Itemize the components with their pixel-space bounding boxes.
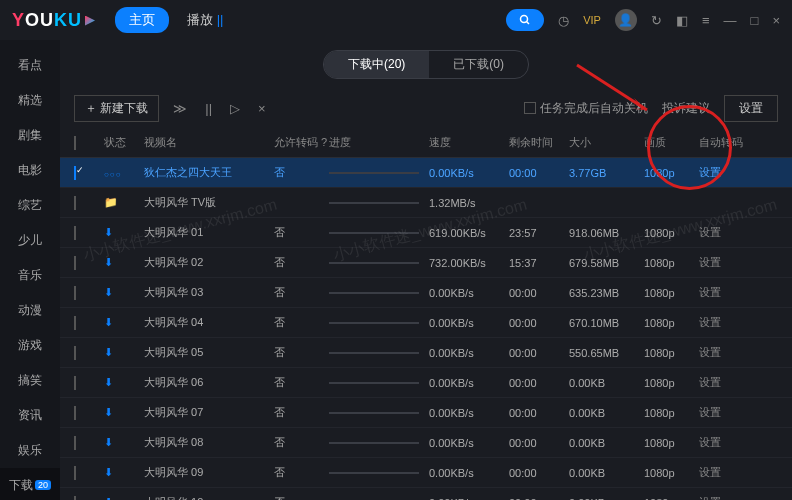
skin-icon[interactable]: ◧ (676, 13, 688, 28)
allow-transcode: 否 (274, 165, 329, 180)
delete-icon[interactable]: × (254, 101, 270, 116)
new-download-button[interactable]: ＋ 新建下载 (74, 95, 159, 122)
progress-bar (329, 202, 419, 204)
row-checkbox[interactable] (74, 316, 76, 330)
row-settings-link[interactable]: 设置 (699, 405, 749, 420)
shutdown-checkbox[interactable]: 任务完成后自动关机 (524, 100, 648, 117)
nav-play[interactable]: 播放 || (187, 11, 223, 29)
sidebar-item-5[interactable]: 少儿 (0, 223, 60, 258)
quality: 1080p (644, 287, 699, 299)
row-checkbox[interactable] (74, 496, 76, 501)
sidebar-item-2[interactable]: 剧集 (0, 118, 60, 153)
maximize-icon[interactable]: □ (751, 13, 759, 28)
row-settings-link[interactable]: 设置 (699, 345, 749, 360)
row-checkbox[interactable] (74, 346, 76, 360)
table-row[interactable]: ⬇大明风华 04否0.00KB/s00:00670.10MB1080p设置 (60, 308, 792, 338)
table-row[interactable]: ○○○狄仁杰之四大天王否0.00KB/s00:003.77GB1080p设置 (60, 158, 792, 188)
allow-transcode: 否 (274, 465, 329, 480)
table-row[interactable]: ⬇大明风华 03否0.00KB/s00:00635.23MB1080p设置 (60, 278, 792, 308)
row-checkbox[interactable] (74, 406, 76, 420)
tab-downloaded[interactable]: 已下载(0) (429, 51, 528, 78)
row-settings-link[interactable]: 设置 (699, 255, 749, 270)
row-settings-link[interactable]: 设置 (699, 285, 749, 300)
history-icon[interactable]: ◷ (558, 13, 569, 28)
row-settings-link[interactable]: 设置 (699, 315, 749, 330)
row-settings-link[interactable]: 设置 (699, 225, 749, 240)
row-settings-link[interactable]: 设置 (699, 375, 749, 390)
table-row[interactable]: ⬇大明风华 08否0.00KB/s00:000.00KB1080p设置 (60, 428, 792, 458)
table-row[interactable]: ⬇大明风华 09否0.00KB/s00:000.00KB1080p设置 (60, 458, 792, 488)
allow-transcode: 否 (274, 435, 329, 450)
remain-time: 00:00 (509, 407, 569, 419)
download-icon: ⬇ (104, 406, 113, 418)
row-settings-link[interactable]: 设置 (699, 495, 749, 500)
row-checkbox[interactable] (74, 436, 76, 450)
row-settings-link[interactable]: 设置 (699, 465, 749, 480)
file-size: 918.06MB (569, 227, 644, 239)
table-row[interactable]: ⬇大明风华 05否0.00KB/s00:00550.65MB1080p设置 (60, 338, 792, 368)
minimize-icon[interactable]: — (724, 13, 737, 28)
row-settings-link[interactable]: 设置 (699, 165, 749, 180)
video-name: 狄仁杰之四大天王 (144, 165, 274, 180)
remain-time: 00:00 (509, 377, 569, 389)
progress-bar (329, 292, 419, 294)
row-checkbox[interactable] (74, 286, 76, 300)
file-size: 0.00KB (569, 377, 644, 389)
search-icon (519, 14, 531, 26)
progress-bar (329, 232, 419, 234)
nav-home[interactable]: 主页 (115, 7, 169, 33)
remain-time: 00:00 (509, 167, 569, 179)
table-row[interactable]: ⬇大明风华 06否0.00KB/s00:000.00KB1080p设置 (60, 368, 792, 398)
sidebar-item-4[interactable]: 综艺 (0, 188, 60, 223)
download-table: 状态 视频名 允许转码 ? 进度 速度 剩余时间 大小 画质 自动转码 ○○○狄… (60, 128, 792, 500)
sidebar-item-6[interactable]: 音乐 (0, 258, 60, 293)
sidebar-item-9[interactable]: 搞笑 (0, 363, 60, 398)
speed: 0.00KB/s (429, 347, 509, 359)
table-row[interactable]: 📁大明风华 TV版1.32MB/s (60, 188, 792, 218)
titlebar: YOUKU 主页 播放 || ◷ VIP 👤 ↻ ◧ ≡ — □ × (0, 0, 792, 40)
quality: 1080p (644, 167, 699, 179)
play-icon[interactable]: ▷ (226, 101, 244, 116)
avatar[interactable]: 👤 (615, 9, 637, 31)
main-panel: 下载中(20) 已下载(0) ＋ 新建下载 ≫ || ▷ × 任务完成后自动关机… (60, 40, 792, 500)
search-button[interactable] (506, 9, 544, 31)
sidebar-item-0[interactable]: 看点 (0, 48, 60, 83)
sidebar-item-1[interactable]: 精选 (0, 83, 60, 118)
select-all-checkbox[interactable] (74, 136, 76, 150)
row-checkbox[interactable] (74, 256, 76, 270)
sidebar-item-8[interactable]: 游戏 (0, 328, 60, 363)
sidebar-item-10[interactable]: 资讯 (0, 398, 60, 433)
table-row[interactable]: ⬇大明风华 02否732.00KB/s15:37679.58MB1080p设置 (60, 248, 792, 278)
start-all-icon[interactable]: ≫ (169, 101, 191, 116)
table-row[interactable]: ⬇大明风华 01否619.00KB/s23:57918.06MB1080p设置 (60, 218, 792, 248)
row-checkbox[interactable] (74, 376, 76, 390)
row-checkbox[interactable] (74, 466, 76, 480)
refresh-icon[interactable]: ↻ (651, 13, 662, 28)
row-settings-link[interactable]: 设置 (699, 435, 749, 450)
table-row[interactable]: ⬇大明风华 10否0.00KB/s00:000.00KB1080p设置 (60, 488, 792, 500)
progress-bar (329, 322, 419, 324)
row-checkbox[interactable] (74, 226, 76, 240)
file-size: 3.77GB (569, 167, 644, 179)
vip-badge[interactable]: VIP (583, 14, 601, 26)
col-allow: 允许转码 ? (274, 135, 329, 150)
progress-bar (329, 442, 419, 444)
feedback-link[interactable]: 投诉建议 (662, 100, 710, 117)
table-row[interactable]: ⬇大明风华 07否0.00KB/s00:000.00KB1080p设置 (60, 398, 792, 428)
row-checkbox[interactable] (74, 166, 76, 180)
settings-button[interactable]: 设置 (724, 95, 778, 122)
remain-time: 00:00 (509, 287, 569, 299)
close-icon[interactable]: × (772, 13, 780, 28)
menu-icon[interactable]: ≡ (702, 13, 710, 28)
folder-icon: 📁 (104, 196, 118, 208)
sidebar-item-7[interactable]: 动漫 (0, 293, 60, 328)
allow-transcode: 否 (274, 315, 329, 330)
sidebar-item-12[interactable]: 下载20 (0, 468, 60, 500)
progress-bar (329, 172, 419, 174)
row-checkbox[interactable] (74, 196, 76, 210)
speed: 0.00KB/s (429, 497, 509, 501)
sidebar-item-3[interactable]: 电影 (0, 153, 60, 188)
sidebar-item-11[interactable]: 娱乐 (0, 433, 60, 468)
tab-downloading[interactable]: 下载中(20) (324, 51, 429, 78)
pause-icon[interactable]: || (201, 101, 216, 116)
